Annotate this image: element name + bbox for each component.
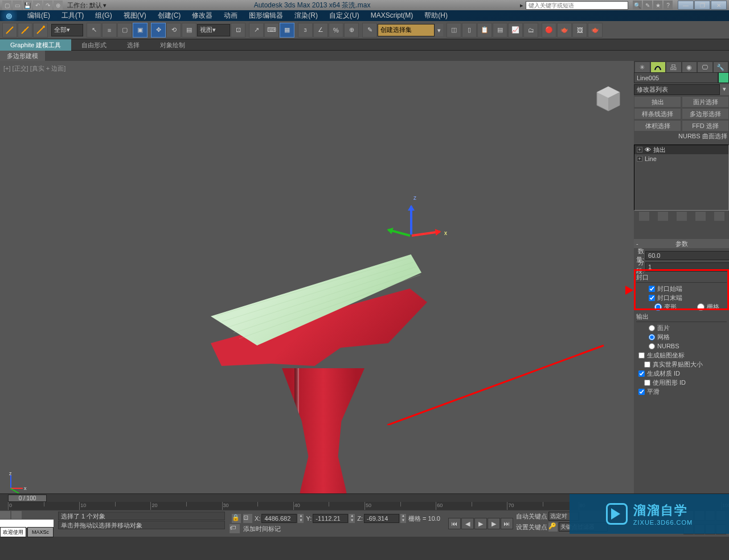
bind-icon[interactable] <box>33 23 48 38</box>
out-mesh-radio[interactable] <box>649 334 655 340</box>
object-color-swatch[interactable] <box>718 72 729 83</box>
time-tag-icon[interactable]: 🏷 <box>230 524 240 533</box>
configure-icon[interactable] <box>714 212 724 221</box>
communication-icon[interactable]: ✎ <box>643 1 652 10</box>
amount-input[interactable] <box>645 251 729 260</box>
menu-modifiers[interactable]: 修改器 <box>186 10 218 21</box>
time-slider-handle[interactable]: 0 / 100 <box>8 495 47 502</box>
add-time-tag-label[interactable]: 添加时间标记 <box>243 525 281 533</box>
binoculars-icon[interactable]: 🔍 <box>633 1 642 10</box>
scale-icon[interactable]: ▤ <box>182 23 196 38</box>
selection-filter-dropdown[interactable]: 全部 ▾ <box>51 24 83 36</box>
pivot-icon[interactable]: ⊡ <box>231 23 245 38</box>
out-patch-radio[interactable] <box>649 325 655 331</box>
app-menu-icon[interactable]: ⊚ <box>1 10 17 21</box>
tab-freeform[interactable]: 自由形式 <box>71 39 117 51</box>
manipulate-icon[interactable]: ↗ <box>249 23 264 38</box>
tab-paint[interactable]: 对象绘制 <box>150 39 195 51</box>
pin-stack-icon[interactable] <box>639 212 649 221</box>
render-frame-icon[interactable]: 🖼 <box>572 23 587 38</box>
save-icon[interactable]: 💾 <box>23 1 32 10</box>
btn-vol-sel[interactable]: 体积选择 <box>634 120 681 131</box>
lock-icon[interactable]: 🔒 <box>232 514 241 523</box>
link-icon[interactable]: ⊕ <box>54 1 63 10</box>
isolate-icon[interactable] <box>0 511 10 519</box>
stack-extrude[interactable]: + 👁 抽出 <box>634 145 728 154</box>
expand-icon[interactable]: + <box>637 147 642 153</box>
edit-named-sel-icon[interactable]: ✎ <box>362 23 377 38</box>
tab-hierarchy-icon[interactable]: 品 <box>666 62 681 72</box>
goto-start-icon[interactable]: ⏮ <box>448 518 461 529</box>
help-arrow-icon[interactable]: ▸ <box>518 2 526 9</box>
viewport[interactable]: [+] [正交] [真实 + 边面] z x <box>0 61 634 493</box>
layers-icon[interactable]: 📋 <box>477 23 492 38</box>
next-frame-icon[interactable]: ▶ <box>488 518 500 529</box>
select-link-icon[interactable] <box>2 23 17 38</box>
play-icon[interactable]: ▶ <box>474 518 487 529</box>
coord-z-input[interactable] <box>364 514 399 523</box>
named-sel-arrow[interactable]: ▾ <box>435 24 443 36</box>
keyboard-icon[interactable]: ⌨ <box>264 23 279 38</box>
close-button[interactable]: ✕ <box>711 1 727 10</box>
tab-modify-icon[interactable] <box>651 62 666 72</box>
stack-line[interactable]: + Line <box>634 154 728 163</box>
gen-map-checkbox[interactable] <box>638 352 645 359</box>
named-selection-dropdown[interactable]: 创建选择集 <box>378 24 435 36</box>
xref-icon[interactable] <box>11 511 22 519</box>
spinner-snap-icon[interactable]: ⊕ <box>344 23 359 38</box>
render-prod-icon[interactable]: 🫖 <box>588 23 603 38</box>
btn-patch-sel[interactable]: 面片选择 <box>682 96 729 108</box>
coord-y-input[interactable] <box>313 514 348 523</box>
help-icon2[interactable]: ? <box>664 1 673 10</box>
abs-rel-icon[interactable]: ⊡ <box>243 514 252 523</box>
modifier-list-arrow[interactable]: ▾ <box>720 84 729 95</box>
menu-customize[interactable]: 自定义(U) <box>323 10 365 21</box>
graphite-icon[interactable]: ▤ <box>493 23 507 38</box>
axis-y-handle[interactable] <box>388 229 411 237</box>
show-end-icon[interactable] <box>658 212 668 221</box>
sub-tab-poly[interactable]: 多边形建模 <box>0 51 45 61</box>
use-shape-checkbox[interactable] <box>644 380 650 386</box>
btn-extrude[interactable]: 抽出 <box>634 96 681 108</box>
tab-display-icon[interactable]: 🖵 <box>698 62 712 72</box>
select-name-icon[interactable]: ≡ <box>102 23 117 38</box>
search-input[interactable] <box>526 1 628 10</box>
angle-snap-icon[interactable]: ∠ <box>313 23 328 38</box>
undo-icon[interactable]: ↶ <box>33 1 42 10</box>
axis-z-handle[interactable] <box>410 206 412 234</box>
real-world-checkbox[interactable] <box>644 361 650 368</box>
rotate-icon[interactable]: ⟲ <box>166 23 181 38</box>
tab-utilities-icon[interactable]: 🔧 <box>714 62 728 72</box>
btn-nurbs-sel[interactable]: NURBS 曲面选择 <box>676 132 729 143</box>
make-unique-icon[interactable] <box>677 212 687 221</box>
redo-icon[interactable]: ↷ <box>43 1 52 10</box>
unlink-icon[interactable] <box>18 23 32 38</box>
tab-create-icon[interactable]: ✳ <box>635 62 650 72</box>
object-name-input[interactable] <box>634 72 718 83</box>
menu-help[interactable]: 帮助(H) <box>419 10 453 21</box>
goto-end-icon[interactable]: ⏭ <box>501 518 513 529</box>
window-crossing-icon[interactable]: ▣ <box>133 23 148 38</box>
out-nurbs-radio[interactable] <box>649 343 655 349</box>
mirror-icon[interactable]: ◫ <box>447 23 461 38</box>
tab-graphite[interactable]: Graphite 建模工具 <box>0 39 71 51</box>
menu-edit[interactable]: 编辑(E) <box>22 10 56 21</box>
select-icon[interactable]: ↖ <box>87 23 101 38</box>
menu-animation[interactable]: 动画 <box>218 10 243 21</box>
modifier-stack[interactable]: + 👁 抽出 + Line <box>634 145 729 211</box>
welcome-button[interactable]: 欢迎使用 <box>0 527 26 537</box>
render-setup-icon[interactable]: 🫖 <box>557 23 572 38</box>
grid-radio[interactable] <box>697 303 705 311</box>
smooth-checkbox[interactable] <box>638 389 645 395</box>
select-rect-icon[interactable]: ▢ <box>117 23 132 38</box>
axis-x-handle[interactable] <box>412 230 440 237</box>
btn-spline-sel[interactable]: 样条线选择 <box>634 108 681 120</box>
menu-maxscript[interactable]: MAXScript(M) <box>365 10 419 21</box>
cap-start-checkbox[interactable] <box>649 286 655 292</box>
prev-frame-icon[interactable]: ◀ <box>461 518 474 529</box>
snaps-icon[interactable]: ▦ <box>280 23 294 38</box>
percent-snap-icon[interactable]: % <box>329 23 343 38</box>
btn-blank[interactable] <box>634 132 676 143</box>
morph-radio[interactable] <box>654 303 662 311</box>
workspace-label[interactable]: 工作台: 默认 <box>67 1 102 10</box>
